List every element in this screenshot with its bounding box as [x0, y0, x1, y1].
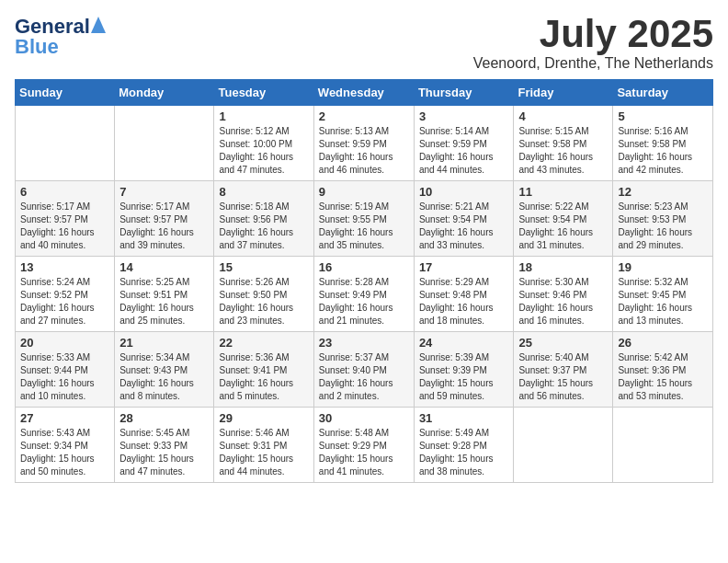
day-info: Sunrise: 5:46 AM Sunset: 9:31 PM Dayligh…	[219, 427, 308, 478]
calendar-cell: 5Sunrise: 5:16 AM Sunset: 9:58 PM Daylig…	[613, 106, 713, 181]
calendar-cell: 29Sunrise: 5:46 AM Sunset: 9:31 PM Dayli…	[214, 408, 313, 483]
calendar-cell	[115, 106, 214, 181]
day-number: 10	[419, 185, 509, 199]
calendar-cell: 4Sunrise: 5:15 AM Sunset: 9:58 PM Daylig…	[514, 106, 613, 181]
day-info: Sunrise: 5:18 AM Sunset: 9:56 PM Dayligh…	[219, 201, 308, 252]
month-title: July 2025	[473, 15, 713, 53]
day-of-week-header: Saturday	[613, 80, 713, 106]
day-number: 27	[20, 411, 109, 425]
calendar-cell: 12Sunrise: 5:23 AM Sunset: 9:53 PM Dayli…	[613, 181, 713, 257]
day-number: 16	[319, 260, 409, 274]
calendar-cell: 3Sunrise: 5:14 AM Sunset: 9:59 PM Daylig…	[414, 106, 514, 181]
day-number: 7	[119, 185, 209, 199]
calendar-cell: 18Sunrise: 5:30 AM Sunset: 9:46 PM Dayli…	[514, 257, 613, 332]
day-number: 8	[219, 185, 308, 199]
day-info: Sunrise: 5:45 AM Sunset: 9:33 PM Dayligh…	[119, 427, 209, 478]
day-info: Sunrise: 5:17 AM Sunset: 9:57 PM Dayligh…	[20, 201, 109, 252]
day-info: Sunrise: 5:19 AM Sunset: 9:55 PM Dayligh…	[319, 201, 409, 252]
day-number: 30	[319, 411, 409, 425]
day-info: Sunrise: 5:37 AM Sunset: 9:40 PM Dayligh…	[319, 351, 409, 403]
day-of-week-header: Thursday	[414, 80, 514, 106]
day-number: 17	[419, 260, 509, 274]
calendar-cell: 14Sunrise: 5:25 AM Sunset: 9:51 PM Dayli…	[115, 257, 214, 332]
page-header: General Blue July 2025 Veenoord, Drenthe…	[15, 15, 713, 72]
day-of-week-header: Sunday	[16, 80, 115, 106]
day-number: 9	[319, 185, 409, 199]
calendar-cell: 11Sunrise: 5:22 AM Sunset: 9:54 PM Dayli…	[514, 181, 613, 257]
day-of-week-header: Wednesday	[313, 80, 414, 106]
day-info: Sunrise: 5:28 AM Sunset: 9:49 PM Dayligh…	[319, 276, 409, 327]
day-number: 19	[618, 260, 708, 274]
day-info: Sunrise: 5:42 AM Sunset: 9:36 PM Dayligh…	[618, 351, 708, 403]
day-info: Sunrise: 5:12 AM Sunset: 10:00 PM Daylig…	[219, 125, 308, 177]
calendar-cell	[16, 106, 115, 181]
day-number: 25	[518, 336, 608, 350]
day-of-week-header: Friday	[514, 80, 613, 106]
calendar-table: SundayMondayTuesdayWednesdayThursdayFrid…	[15, 79, 713, 483]
calendar-cell: 10Sunrise: 5:21 AM Sunset: 9:54 PM Dayli…	[414, 181, 514, 257]
calendar-cell	[514, 408, 613, 483]
day-info: Sunrise: 5:33 AM Sunset: 9:44 PM Dayligh…	[20, 351, 109, 403]
calendar-cell: 13Sunrise: 5:24 AM Sunset: 9:52 PM Dayli…	[16, 257, 115, 332]
calendar-cell: 24Sunrise: 5:39 AM Sunset: 9:39 PM Dayli…	[414, 332, 514, 408]
day-info: Sunrise: 5:49 AM Sunset: 9:28 PM Dayligh…	[419, 427, 509, 478]
day-number: 20	[20, 336, 109, 350]
day-number: 3	[419, 109, 509, 123]
day-number: 12	[618, 185, 708, 199]
calendar-cell: 25Sunrise: 5:40 AM Sunset: 9:37 PM Dayli…	[514, 332, 613, 408]
day-info: Sunrise: 5:30 AM Sunset: 9:46 PM Dayligh…	[518, 276, 608, 327]
day-of-week-header: Monday	[115, 80, 214, 106]
day-info: Sunrise: 5:32 AM Sunset: 9:45 PM Dayligh…	[618, 276, 708, 327]
day-number: 18	[518, 260, 608, 274]
calendar-header-row: SundayMondayTuesdayWednesdayThursdayFrid…	[16, 80, 713, 106]
day-number: 5	[618, 109, 708, 123]
day-number: 11	[518, 185, 608, 199]
svg-marker-0	[91, 17, 106, 33]
calendar-week-row: 20Sunrise: 5:33 AM Sunset: 9:44 PM Dayli…	[16, 332, 713, 408]
day-number: 1	[219, 109, 308, 123]
day-info: Sunrise: 5:17 AM Sunset: 9:57 PM Dayligh…	[119, 201, 209, 252]
day-of-week-header: Tuesday	[214, 80, 313, 106]
day-number: 2	[319, 109, 409, 123]
day-info: Sunrise: 5:16 AM Sunset: 9:58 PM Dayligh…	[618, 125, 708, 177]
calendar-cell: 17Sunrise: 5:29 AM Sunset: 9:48 PM Dayli…	[414, 257, 514, 332]
day-number: 4	[518, 109, 608, 123]
day-info: Sunrise: 5:40 AM Sunset: 9:37 PM Dayligh…	[518, 351, 608, 403]
calendar-week-row: 13Sunrise: 5:24 AM Sunset: 9:52 PM Dayli…	[16, 257, 713, 332]
day-info: Sunrise: 5:34 AM Sunset: 9:43 PM Dayligh…	[119, 351, 209, 403]
calendar-cell: 23Sunrise: 5:37 AM Sunset: 9:40 PM Dayli…	[313, 332, 414, 408]
calendar-cell: 19Sunrise: 5:32 AM Sunset: 9:45 PM Dayli…	[613, 257, 713, 332]
day-number: 24	[419, 336, 509, 350]
logo-triangle-icon	[91, 17, 106, 33]
calendar-body: 1Sunrise: 5:12 AM Sunset: 10:00 PM Dayli…	[16, 106, 713, 483]
calendar-cell: 26Sunrise: 5:42 AM Sunset: 9:36 PM Dayli…	[613, 332, 713, 408]
calendar-cell: 6Sunrise: 5:17 AM Sunset: 9:57 PM Daylig…	[16, 181, 115, 257]
calendar-cell: 22Sunrise: 5:36 AM Sunset: 9:41 PM Dayli…	[214, 332, 313, 408]
day-info: Sunrise: 5:39 AM Sunset: 9:39 PM Dayligh…	[419, 351, 509, 403]
calendar-cell: 27Sunrise: 5:43 AM Sunset: 9:34 PM Dayli…	[16, 408, 115, 483]
logo: General Blue	[15, 15, 106, 59]
calendar-week-row: 1Sunrise: 5:12 AM Sunset: 10:00 PM Dayli…	[16, 106, 713, 181]
day-number: 28	[119, 411, 209, 425]
day-info: Sunrise: 5:24 AM Sunset: 9:52 PM Dayligh…	[20, 276, 109, 327]
day-number: 22	[219, 336, 308, 350]
location: Veenoord, Drenthe, The Netherlands	[473, 55, 713, 72]
day-number: 6	[20, 185, 109, 199]
calendar-cell: 16Sunrise: 5:28 AM Sunset: 9:49 PM Dayli…	[313, 257, 414, 332]
calendar-cell: 8Sunrise: 5:18 AM Sunset: 9:56 PM Daylig…	[214, 181, 313, 257]
day-number: 26	[618, 336, 708, 350]
day-info: Sunrise: 5:23 AM Sunset: 9:53 PM Dayligh…	[618, 201, 708, 252]
day-info: Sunrise: 5:26 AM Sunset: 9:50 PM Dayligh…	[219, 276, 308, 327]
calendar-cell: 2Sunrise: 5:13 AM Sunset: 9:59 PM Daylig…	[313, 106, 414, 181]
day-number: 31	[419, 411, 509, 425]
calendar-cell: 1Sunrise: 5:12 AM Sunset: 10:00 PM Dayli…	[214, 106, 313, 181]
calendar-cell: 20Sunrise: 5:33 AM Sunset: 9:44 PM Dayli…	[16, 332, 115, 408]
calendar-cell: 21Sunrise: 5:34 AM Sunset: 9:43 PM Dayli…	[115, 332, 214, 408]
calendar-cell: 7Sunrise: 5:17 AM Sunset: 9:57 PM Daylig…	[115, 181, 214, 257]
day-number: 29	[219, 411, 308, 425]
day-number: 14	[119, 260, 209, 274]
calendar-cell	[613, 408, 713, 483]
day-info: Sunrise: 5:25 AM Sunset: 9:51 PM Dayligh…	[119, 276, 209, 327]
calendar-week-row: 27Sunrise: 5:43 AM Sunset: 9:34 PM Dayli…	[16, 408, 713, 483]
day-info: Sunrise: 5:21 AM Sunset: 9:54 PM Dayligh…	[419, 201, 509, 252]
